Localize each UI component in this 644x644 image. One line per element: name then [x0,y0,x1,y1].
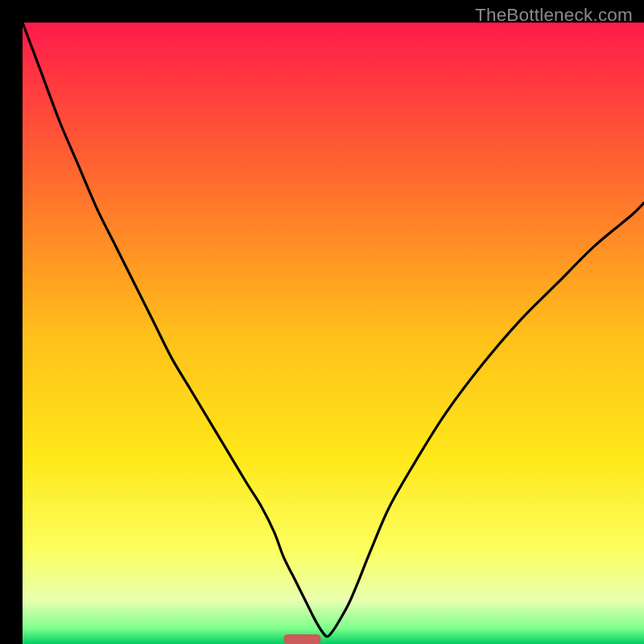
bottleneck-marker [283,634,320,644]
chart-plot [23,23,644,644]
watermark-text: TheBottleneck.com [475,5,633,26]
chart-frame [11,11,633,633]
chart-background [23,23,644,644]
